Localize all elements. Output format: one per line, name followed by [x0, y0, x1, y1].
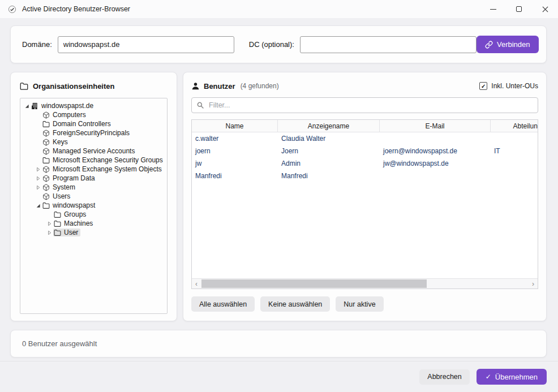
tree-item-label: Domain Controllers [53, 120, 111, 128]
folder-icon [42, 120, 50, 128]
folder-icon [20, 82, 28, 91]
tree-item-user[interactable]: User [22, 228, 165, 237]
container-icon [42, 175, 50, 182]
tree-item-domain-controllers[interactable]: Domain Controllers [22, 119, 165, 128]
filter-input[interactable] [191, 97, 538, 113]
cell-name: jw [192, 160, 278, 167]
tree-item-program-data[interactable]: Program Data [22, 174, 165, 183]
filter-field [191, 97, 538, 113]
collapsed-expander-icon[interactable] [46, 221, 53, 226]
tree-item-microsoft-exchange-security-groups[interactable]: Microsoft Exchange Security Groups [22, 156, 165, 165]
users-table: NameAnzeigenameE-MailAbteilung c.walterC… [191, 119, 538, 289]
nur-aktive-button[interactable]: Nur aktive [336, 296, 383, 312]
horizontal-scrollbar[interactable]: ‹ › [192, 278, 538, 288]
cell-name: joern [192, 147, 278, 155]
connection-panel: Domäne: DC (optional): Verbinden [10, 25, 547, 63]
dc-input[interactable] [300, 36, 477, 53]
checkmark-icon: ✓ [481, 83, 486, 89]
container-icon [42, 130, 50, 137]
close-icon [542, 6, 548, 12]
tree-item-label: Microsoft Exchange System Objects [53, 165, 162, 173]
scroll-left-arrow[interactable]: ‹ [192, 279, 201, 288]
cell-name: c.walter [192, 135, 278, 143]
table-header: NameAnzeigenameE-MailAbteilung [192, 120, 538, 132]
minimize-button[interactable] [480, 0, 506, 18]
tree-item-label: Groups [64, 210, 86, 218]
container-icon [42, 184, 50, 191]
window-controls [480, 0, 558, 18]
cell-anzeigename: Joern [278, 147, 380, 155]
folder-icon [42, 157, 50, 164]
apply-button-label: Übernehmen [495, 373, 538, 381]
connect-button-label: Verbinden [497, 40, 530, 49]
table-row[interactable]: jwAdminjw@windowspapst.de [192, 157, 538, 170]
table-row[interactable]: joernJoernjoern@windowspapst.deIT [192, 145, 538, 157]
keine-ausw-hlen-button[interactable]: Keine auswählen [260, 296, 330, 312]
cancel-button[interactable]: Abbrechen [419, 369, 469, 385]
app-window: Active Directory Benutzer-Browser Domäne… [0, 0, 558, 392]
folder-icon [53, 229, 62, 236]
tree-item-label: windowspapst.de [41, 102, 93, 110]
collapsed-expander-icon[interactable] [35, 167, 42, 172]
link-icon [485, 41, 493, 49]
tree-item-foreignsecurityprincipals[interactable]: ForeignSecurityPrincipals [22, 128, 165, 137]
ou-tree: windowspapst.deComputersDomain Controlle… [20, 98, 168, 314]
include-sub-ous-checkbox[interactable]: ✓ [479, 82, 487, 90]
minimize-icon [490, 9, 496, 10]
tree-item-label: Computers [53, 111, 86, 119]
scrollbar-thumb[interactable] [201, 279, 427, 288]
status-bar: 0 Benutzer ausgewählt [10, 330, 547, 357]
tree-item-keys[interactable]: Keys [22, 137, 165, 147]
alle-ausw-hlen-button[interactable]: Alle auswählen [191, 296, 255, 312]
tree-item-system[interactable]: System [22, 183, 165, 192]
collapsed-expander-icon[interactable] [35, 185, 42, 190]
tree-item-windowspapst[interactable]: windowspapst [22, 201, 165, 210]
selected-tree-item: User [53, 229, 80, 236]
column-header-anzeigename[interactable]: Anzeigename [278, 120, 380, 132]
tree-item-label: Program Data [53, 174, 95, 182]
tree-item-label: ForeignSecurityPrincipals [53, 129, 130, 137]
tree-item-computers[interactable]: Computers [22, 110, 165, 119]
scroll-right-arrow[interactable]: › [529, 279, 538, 288]
person-icon [191, 82, 200, 91]
tree-item-microsoft-exchange-system-objects[interactable]: Microsoft Exchange System Objects [22, 165, 165, 174]
close-button[interactable] [532, 0, 558, 18]
table-body: c.walterClaudia WalterjoernJoernjoern@wi… [192, 132, 538, 182]
expanded-expander-icon[interactable] [23, 104, 31, 109]
collapsed-expander-icon[interactable] [35, 176, 42, 181]
tree-item-label: Keys [53, 138, 68, 146]
column-header-abteilung[interactable]: Abteilung [491, 120, 538, 132]
table-row[interactable]: c.walterClaudia Walter [192, 132, 538, 145]
users-panel: Benutzer (4 gefunden) ✓ Inkl. Unter-OUs … [183, 72, 547, 321]
ou-panel-header: Organisationseinheiten [20, 80, 168, 92]
table-row[interactable]: ManfrediManfredi [192, 170, 538, 182]
footer: Abbrechen ✓ Übernehmen [0, 361, 558, 392]
selection-buttons: Alle auswählenKeine auswählenNur aktive [191, 296, 538, 312]
domain-input[interactable] [58, 36, 234, 53]
titlebar: Active Directory Benutzer-Browser [0, 0, 558, 18]
tree-item-users[interactable]: Users [22, 192, 165, 201]
dc-label: DC (optional): [249, 40, 294, 49]
column-header-e-mail[interactable]: E-Mail [380, 120, 491, 132]
tree-item-label: Managed Service Accounts [53, 147, 135, 155]
tree-item-windowspapst-de[interactable]: windowspapst.de [22, 101, 165, 110]
cell-abteilung: IT [491, 147, 538, 155]
users-panel-header: Benutzer (4 gefunden) ✓ Inkl. Unter-OUs [191, 79, 538, 93]
include-sub-ous-label: Inkl. Unter-OUs [491, 82, 538, 90]
tree-item-machines[interactable]: Machines [22, 219, 165, 228]
apply-button[interactable]: ✓ Übernehmen [477, 369, 547, 385]
maximize-button[interactable] [506, 0, 532, 18]
users-count: (4 gefunden) [241, 82, 279, 90]
column-header-name[interactable]: Name [192, 120, 278, 132]
cell-e-mail: joern@windowspapst.de [380, 147, 491, 155]
expanded-expander-icon[interactable] [35, 203, 42, 208]
app-icon [8, 5, 16, 14]
tree-item-managed-service-accounts[interactable]: Managed Service Accounts [22, 147, 165, 156]
container-icon [42, 193, 50, 200]
cell-anzeigename: Manfredi [278, 172, 380, 180]
tree-item-groups[interactable]: Groups [22, 210, 165, 219]
collapsed-expander-icon[interactable] [46, 230, 53, 235]
ou-panel-title: Organisationseinheiten [33, 82, 114, 91]
container-icon [42, 139, 50, 146]
connect-button[interactable]: Verbinden [477, 36, 539, 53]
